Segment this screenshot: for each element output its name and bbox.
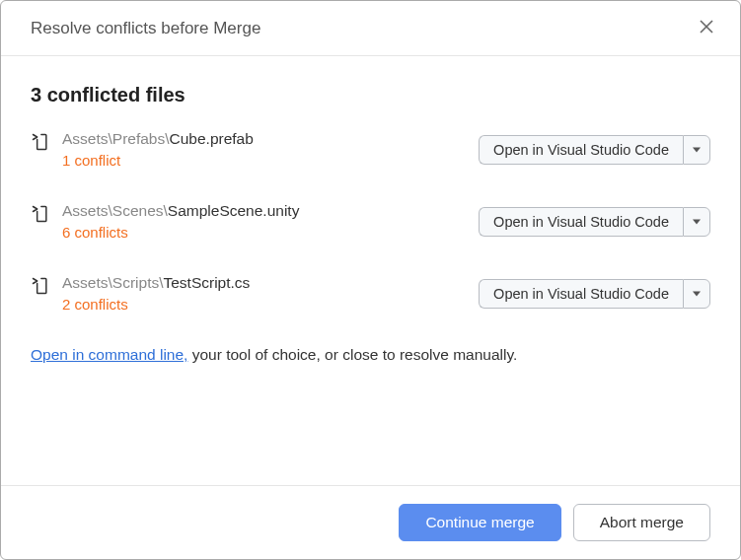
file-list: Assets\Prefabs\Cube.prefab 1 conflict Op…: [31, 130, 710, 313]
open-button-group: Open in Visual Studio Code: [479, 135, 710, 165]
continue-merge-button[interactable]: Continue merge: [399, 504, 560, 541]
open-in-editor-button[interactable]: Open in Visual Studio Code: [479, 279, 683, 309]
dialog-footer: Continue merge Abort merge: [1, 485, 740, 559]
conflict-file-icon: [31, 276, 50, 300]
file-name: TestScript.cs: [164, 274, 251, 291]
resolve-conflicts-dialog: Resolve conflicts before Merge 3 conflic…: [0, 0, 741, 560]
svg-marker-2: [693, 148, 701, 153]
file-path: Assets\Prefabs\Cube.prefab: [62, 130, 254, 148]
bottom-hint: Open in command line, your tool of choic…: [31, 346, 710, 364]
conflict-file-row: Assets\Prefabs\Cube.prefab 1 conflict Op…: [31, 130, 710, 169]
open-in-editor-button[interactable]: Open in Visual Studio Code: [479, 207, 683, 237]
conflict-count: 1 conflict: [62, 152, 254, 169]
file-dir: Assets\Scenes\: [62, 202, 168, 219]
file-name: SampleScene.unity: [168, 202, 300, 219]
file-left: Assets\Scenes\SampleScene.unity 6 confli…: [31, 202, 299, 241]
open-button-group: Open in Visual Studio Code: [479, 279, 710, 309]
conflict-count: 2 conflicts: [62, 296, 250, 313]
dialog-header: Resolve conflicts before Merge: [1, 1, 740, 56]
close-button[interactable]: [695, 15, 718, 41]
chevron-down-icon: [693, 214, 701, 229]
file-left: Assets\Scripts\TestScript.cs 2 conflicts: [31, 274, 250, 313]
svg-marker-3: [693, 220, 701, 225]
file-dir: Assets\Scripts\: [62, 274, 164, 291]
conflict-file-row: Assets\Scenes\SampleScene.unity 6 confli…: [31, 202, 710, 241]
open-dropdown-button[interactable]: [683, 207, 710, 237]
open-dropdown-button[interactable]: [683, 135, 710, 165]
chevron-down-icon: [693, 142, 701, 157]
file-name: Cube.prefab: [170, 130, 254, 147]
chevron-down-icon: [693, 286, 701, 301]
conflict-file-icon: [31, 132, 50, 156]
abort-merge-button[interactable]: Abort merge: [573, 504, 710, 541]
bottom-rest: your tool of choice, or close to resolve…: [187, 346, 517, 363]
svg-marker-4: [693, 292, 701, 297]
file-path: Assets\Scenes\SampleScene.unity: [62, 202, 299, 220]
section-title: 3 conflicted files: [31, 84, 710, 106]
conflict-file-icon: [31, 204, 50, 228]
conflict-count: 6 conflicts: [62, 224, 299, 241]
dialog-content: 3 conflicted files Assets\Prefabs\Cube.p…: [1, 56, 740, 485]
file-path: Assets\Scripts\TestScript.cs: [62, 274, 250, 292]
file-info: Assets\Prefabs\Cube.prefab 1 conflict: [62, 130, 254, 169]
open-button-group: Open in Visual Studio Code: [479, 207, 710, 237]
dialog-title: Resolve conflicts before Merge: [31, 19, 260, 38]
open-dropdown-button[interactable]: [683, 279, 710, 309]
file-info: Assets\Scripts\TestScript.cs 2 conflicts: [62, 274, 250, 313]
file-left: Assets\Prefabs\Cube.prefab 1 conflict: [31, 130, 254, 169]
file-dir: Assets\Prefabs\: [62, 130, 170, 147]
file-info: Assets\Scenes\SampleScene.unity 6 confli…: [62, 202, 299, 241]
open-in-editor-button[interactable]: Open in Visual Studio Code: [479, 135, 683, 165]
open-command-line-link[interactable]: Open in command line,: [31, 346, 187, 363]
conflict-file-row: Assets\Scripts\TestScript.cs 2 conflicts…: [31, 274, 710, 313]
close-icon: [699, 19, 714, 37]
